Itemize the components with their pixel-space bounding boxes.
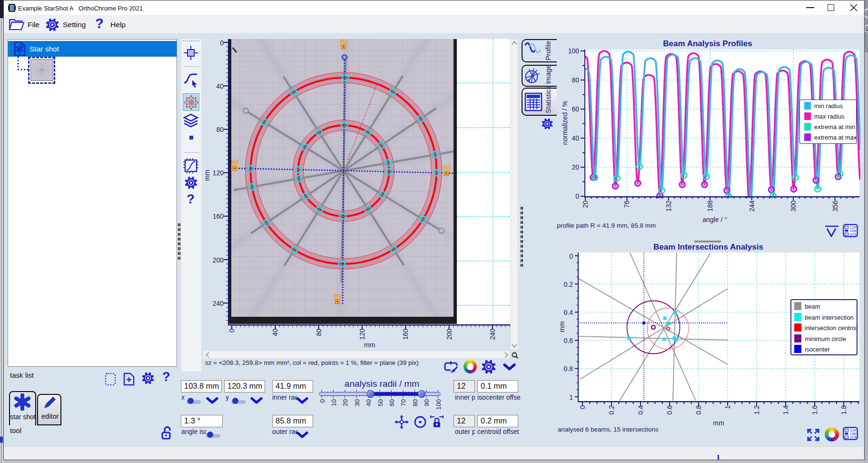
svg-text:40: 40: [216, 82, 224, 90]
svg-text:1: 1: [724, 405, 731, 409]
svg-text:160: 160: [213, 212, 224, 220]
svg-text:1234: 1234: [849, 429, 857, 432]
svg-text:80: 80: [412, 399, 419, 406]
svg-text:0: 0: [319, 399, 326, 403]
svg-text:90: 90: [423, 399, 430, 406]
svg-text:160: 160: [402, 329, 409, 340]
svg-text:132: 132: [665, 201, 672, 212]
svg-text:80: 80: [216, 126, 224, 133]
svg-text:70: 70: [400, 399, 407, 406]
svg-text:120: 120: [358, 329, 366, 340]
svg-text:244: 244: [748, 201, 756, 212]
svg-text:0: 0: [220, 39, 224, 47]
svg-text:1.8: 1.8: [840, 405, 848, 415]
svg-text:200: 200: [445, 329, 453, 340]
svg-text:356: 356: [831, 201, 839, 212]
svg-text:120: 120: [213, 169, 224, 177]
svg-text:20: 20: [342, 399, 349, 406]
svg-text:0.2: 0.2: [608, 405, 615, 415]
svg-text:240: 240: [489, 329, 496, 340]
svg-text:0: 0: [579, 405, 586, 409]
svg-text:188: 188: [706, 201, 714, 212]
svg-text:10: 10: [330, 399, 337, 406]
svg-text:1234: 1234: [849, 226, 857, 229]
svg-text:1478: 1478: [849, 232, 857, 236]
svg-text:0.4: 0.4: [637, 405, 644, 415]
svg-text:0.6: 0.6: [564, 337, 573, 344]
svg-text:100: 100: [435, 399, 442, 410]
svg-text:76: 76: [623, 201, 631, 208]
svg-text:0: 0: [569, 252, 573, 260]
svg-text:100: 100: [568, 47, 580, 55]
svg-text:300: 300: [789, 201, 797, 212]
svg-text:50: 50: [377, 399, 384, 406]
svg-text:0.6: 0.6: [666, 405, 673, 415]
svg-text:0.4: 0.4: [564, 309, 573, 316]
svg-text:0.8: 0.8: [564, 365, 573, 372]
svg-text:1.6: 1.6: [811, 405, 819, 415]
svg-text:normalized / %: normalized / %: [561, 101, 569, 145]
svg-text:0.8: 0.8: [695, 405, 702, 415]
svg-text:20: 20: [582, 201, 589, 208]
svg-text:240: 240: [213, 300, 224, 307]
svg-text:0.2: 0.2: [564, 281, 573, 288]
svg-text:0: 0: [575, 192, 579, 200]
svg-text:mm: mm: [713, 419, 724, 427]
svg-text:1.2: 1.2: [753, 405, 760, 415]
svg-text:1: 1: [569, 393, 573, 401]
svg-text:angle / °: angle / °: [702, 216, 727, 223]
svg-text:80: 80: [315, 329, 323, 336]
svg-text:200: 200: [213, 256, 224, 264]
svg-text:40: 40: [271, 329, 279, 336]
svg-text:1.4: 1.4: [782, 405, 789, 415]
svg-text:1358: 1358: [849, 229, 857, 232]
svg-text:1358: 1358: [849, 432, 857, 435]
svg-text:1478: 1478: [849, 435, 857, 439]
svg-text:60: 60: [388, 399, 395, 406]
svg-text:mm: mm: [203, 170, 211, 181]
svg-text:40: 40: [572, 134, 579, 142]
svg-text:mm: mm: [558, 321, 566, 332]
svg-text:0: 0: [228, 329, 236, 332]
svg-text:mm: mm: [364, 341, 375, 349]
svg-text:30: 30: [354, 399, 361, 406]
svg-text:40: 40: [365, 399, 372, 406]
svg-text:60: 60: [572, 105, 579, 113]
svg-text:20: 20: [572, 163, 579, 171]
svg-text:80: 80: [572, 76, 579, 84]
